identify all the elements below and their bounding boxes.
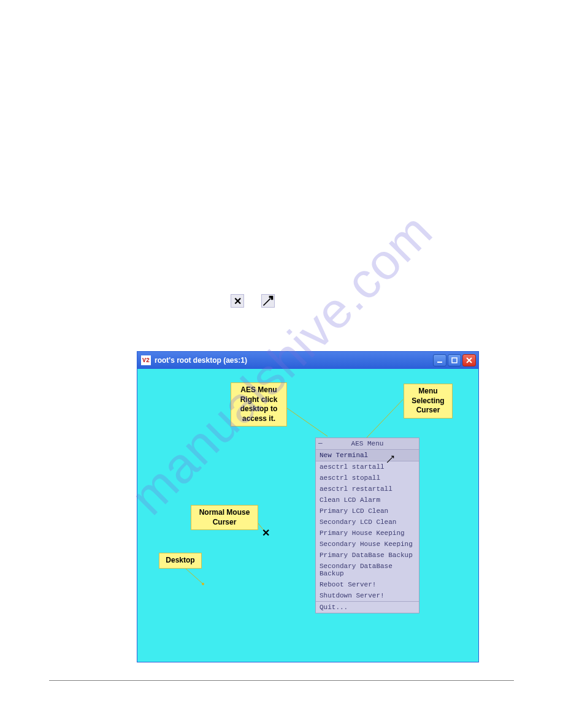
callout-normal-cursor: Normal Mouse Curser bbox=[191, 505, 258, 530]
callout-desktop: Desktop bbox=[159, 553, 202, 569]
maximize-button[interactable] bbox=[448, 354, 461, 366]
menu-item-secondary-lcd[interactable]: Secondary LCD Clean bbox=[316, 517, 419, 528]
inline-cursor-icons: ✕ bbox=[231, 294, 275, 308]
menu-item-clean-alarm[interactable]: Clean LCD Alarm bbox=[316, 495, 419, 506]
titlebar[interactable]: V2 root's root desktop (aes:1) bbox=[137, 352, 478, 369]
callout-aes-menu: AES Menu Right click desktop to access i… bbox=[231, 382, 287, 427]
window-controls bbox=[433, 354, 476, 366]
menu-item-new-terminal[interactable]: New Terminal bbox=[316, 450, 419, 461]
menu-dash-icon: — bbox=[318, 439, 323, 447]
x-cursor-icon: ✕ bbox=[231, 294, 244, 308]
menu-title: — AES Menu bbox=[316, 438, 419, 450]
window-title: root's root desktop (aes:1) bbox=[155, 356, 433, 365]
footer-divider bbox=[49, 680, 514, 681]
arrow-cursor-icon bbox=[261, 294, 275, 308]
menu-item-reboot[interactable]: Reboot Server! bbox=[316, 579, 419, 590]
close-button[interactable] bbox=[462, 354, 476, 366]
svg-rect-1 bbox=[452, 358, 457, 363]
menu-title-text: AES Menu bbox=[351, 440, 384, 447]
menu-item-restartall[interactable]: aesctrl restartall bbox=[316, 483, 419, 495]
menu-item-secondary-house[interactable]: Secondary House Keeping bbox=[316, 539, 419, 550]
arrow-cursor-icon bbox=[386, 455, 395, 466]
callout-menu-cursor: Menu Selecting Curser bbox=[404, 384, 453, 419]
menu-item-primary-lcd[interactable]: Primary LCD Clean bbox=[316, 506, 419, 517]
menu-item-quit[interactable]: Quit... bbox=[316, 602, 419, 613]
aes-context-menu: — AES Menu New Terminal aesctrl startall… bbox=[315, 438, 419, 613]
vnc-window: V2 root's root desktop (aes:1) AES Menu … bbox=[137, 351, 479, 662]
menu-item-stopall[interactable]: aesctrl stopall bbox=[316, 472, 419, 483]
minimize-button[interactable] bbox=[433, 354, 446, 366]
desktop-dot bbox=[202, 583, 204, 585]
svg-line-3 bbox=[367, 400, 403, 438]
svg-line-2 bbox=[287, 408, 327, 436]
app-icon: V2 bbox=[141, 355, 151, 365]
svg-rect-0 bbox=[437, 362, 442, 363]
menu-item-primary-house[interactable]: Primary House Keeping bbox=[316, 528, 419, 539]
menu-item-shutdown[interactable]: Shutdown Server! bbox=[316, 590, 419, 602]
x-cursor-icon: ✕ bbox=[262, 527, 270, 539]
menu-item-startall[interactable]: aesctrl startall bbox=[316, 461, 419, 472]
menu-item-primary-db[interactable]: Primary DataBase Backup bbox=[316, 550, 419, 561]
x-glyph: ✕ bbox=[234, 295, 242, 307]
menu-item-secondary-db[interactable]: Secondary DataBase Backup bbox=[316, 561, 419, 579]
remote-desktop[interactable]: AES Menu Right click desktop to access i… bbox=[137, 369, 478, 662]
